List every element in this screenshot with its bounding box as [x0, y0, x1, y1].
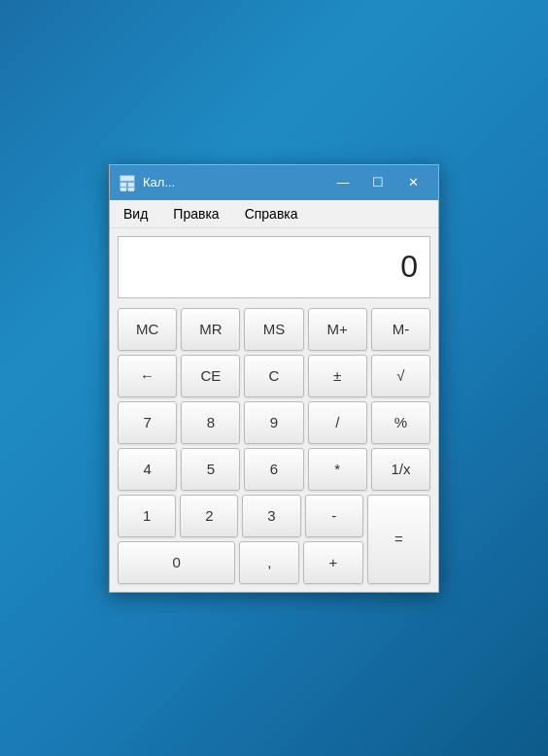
svg-rect-4	[120, 188, 126, 191]
app-icon	[118, 173, 137, 192]
calculator-window: Кал... — ☐ ✕ Вид Правка Справка 0 MC MR …	[109, 164, 439, 593]
btn-0[interactable]: 0	[118, 541, 235, 584]
svg-rect-2	[120, 183, 126, 187]
memory-row: MC MR MS M+ M-	[118, 308, 430, 351]
restore-button[interactable]: ☐	[360, 165, 395, 200]
btn-ms[interactable]: MS	[244, 308, 303, 351]
btn-sqrt[interactable]: √	[371, 355, 430, 397]
btn-reciprocal[interactable]: 1/x	[371, 448, 430, 491]
btn-subtract[interactable]: -	[305, 495, 363, 537]
btn-add[interactable]: +	[303, 541, 363, 584]
btn-9[interactable]: 9	[244, 401, 303, 444]
btn-ce[interactable]: CE	[181, 355, 240, 397]
btn-3[interactable]: 3	[242, 495, 300, 537]
btn-7[interactable]: 7	[118, 401, 177, 444]
menu-vid[interactable]: Вид	[116, 204, 155, 223]
svg-rect-3	[128, 183, 134, 187]
title-bar: Кал... — ☐ ✕	[110, 165, 438, 200]
clear-row: ← CE C ± √	[118, 355, 430, 397]
minimize-button[interactable]: —	[325, 165, 360, 200]
btn-mminus[interactable]: M-	[371, 308, 430, 351]
btn-5[interactable]: 5	[181, 448, 240, 491]
btn-decimal[interactable]: ,	[239, 541, 299, 584]
btn-mr[interactable]: MR	[181, 308, 240, 351]
display-value: 0	[400, 249, 418, 285]
row-456: 4 5 6 * 1/x	[118, 448, 430, 491]
btn-mplus[interactable]: M+	[308, 308, 367, 351]
button-grid: MC MR MS M+ M- ← CE C ± √ 7 8 9 / % 4 5 …	[110, 304, 438, 592]
row-789: 7 8 9 / %	[118, 401, 430, 444]
svg-rect-1	[120, 176, 134, 181]
btn-mc[interactable]: MC	[118, 308, 177, 351]
btn-c[interactable]: C	[244, 355, 303, 397]
menu-pravka[interactable]: Правка	[165, 204, 226, 223]
display-area: 0	[118, 236, 430, 298]
btn-6[interactable]: 6	[244, 448, 303, 491]
title-bar-controls: — ☐ ✕	[325, 165, 430, 200]
btn-equals[interactable]: =	[367, 495, 430, 584]
btn-4[interactable]: 4	[118, 448, 177, 491]
btn-sign[interactable]: ±	[308, 355, 367, 397]
title-bar-text: Кал...	[143, 175, 325, 189]
btn-multiply[interactable]: *	[308, 448, 367, 491]
btn-1[interactable]: 1	[118, 495, 176, 537]
btn-8[interactable]: 8	[181, 401, 240, 444]
menu-spravka[interactable]: Справка	[237, 204, 306, 223]
btn-divide[interactable]: /	[308, 401, 367, 444]
menu-bar: Вид Правка Справка	[110, 200, 438, 228]
close-button[interactable]: ✕	[395, 165, 430, 200]
btn-percent[interactable]: %	[371, 401, 430, 444]
btn-2[interactable]: 2	[180, 495, 238, 537]
svg-rect-5	[128, 188, 134, 191]
btn-backspace[interactable]: ←	[118, 355, 177, 397]
